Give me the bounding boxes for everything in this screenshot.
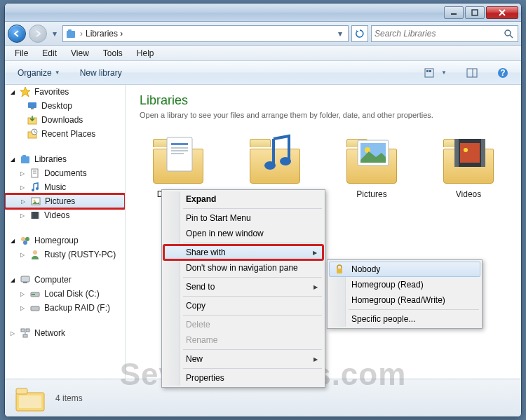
svg-rect-37: [32, 294, 35, 295]
sidebar-network[interactable]: ▷Network: [5, 326, 125, 340]
menu-help[interactable]: Help: [130, 46, 161, 60]
user-icon: [29, 248, 41, 261]
svg-rect-41: [23, 334, 27, 337]
ctx-share-hg-rw[interactable]: Homegroup (Read/Write): [329, 292, 480, 308]
svg-rect-8: [429, 70, 431, 72]
svg-rect-61: [337, 269, 342, 273]
svg-rect-46: [171, 150, 188, 151]
svg-rect-14: [31, 108, 34, 109]
svg-rect-2: [67, 31, 75, 38]
svg-rect-40: [26, 329, 29, 332]
ctx-delete: Delete: [163, 317, 323, 332]
pictures-icon: [29, 195, 42, 208]
ctx-share-hg-read[interactable]: Homegroup (Read): [329, 277, 480, 292]
search-icon[interactable]: [504, 29, 515, 39]
new-library-button[interactable]: New library: [73, 65, 129, 81]
downloads-icon: [26, 114, 39, 126]
nav-history-dropdown[interactable]: ▾: [50, 25, 60, 43]
titlebar: [5, 4, 521, 22]
menu-tools[interactable]: Tools: [96, 46, 130, 60]
homegroup-icon: [19, 234, 32, 247]
menubar: File Edit View Tools Help: [5, 46, 521, 61]
sidebar-item-downloads[interactable]: Downloads: [5, 113, 125, 127]
sidebar-homegroup[interactable]: ◢Homegroup: [5, 233, 125, 248]
svg-rect-28: [31, 212, 32, 219]
view-mode-button[interactable]: ▼: [417, 65, 454, 81]
breadcrumb-separator[interactable]: ›: [80, 29, 83, 39]
libraries-icon: [19, 153, 32, 165]
music-icon: [29, 181, 41, 194]
share-submenu: Nobody Homegroup (Read) Homegroup (Read/…: [327, 259, 483, 329]
ctx-share-with[interactable]: Share with▶: [163, 245, 323, 260]
music-icon: [244, 133, 306, 184]
svg-text:?: ?: [500, 68, 505, 78]
help-button[interactable]: ?: [490, 65, 515, 81]
back-button[interactable]: [8, 25, 26, 43]
address-dropdown[interactable]: ▾: [334, 29, 346, 39]
sidebar-libraries[interactable]: ◢Libraries: [5, 152, 125, 166]
menu-edit[interactable]: Edit: [35, 46, 64, 60]
menu-view[interactable]: View: [64, 46, 96, 60]
search-box[interactable]: [371, 25, 518, 42]
ctx-expand[interactable]: Expand: [163, 191, 323, 207]
drive-icon: [29, 287, 41, 300]
svg-rect-34: [21, 276, 29, 282]
sidebar-item-pictures[interactable]: ▷Pictures: [5, 194, 125, 208]
svg-rect-56: [460, 143, 480, 163]
search-input[interactable]: [375, 29, 501, 39]
computer-icon: [19, 273, 32, 286]
pictures-icon: [341, 133, 403, 184]
sidebar-item-music[interactable]: ▷Music: [5, 180, 125, 194]
minimize-button[interactable]: [444, 6, 464, 19]
address-bar[interactable]: › Libraries › ▾: [62, 25, 349, 42]
ctx-send-to[interactable]: Send to▶: [163, 279, 323, 294]
organize-button[interactable]: Organize ▼: [11, 65, 67, 81]
svg-rect-9: [467, 69, 477, 77]
close-button[interactable]: [486, 6, 518, 19]
status-count: 4 items: [55, 393, 83, 403]
sidebar-item-rusty[interactable]: ▷Rusty (RUSTY-PC): [5, 248, 125, 262]
network-icon: [19, 327, 32, 339]
menu-file[interactable]: File: [8, 46, 35, 60]
svg-rect-19: [22, 155, 26, 157]
svg-rect-29: [38, 212, 39, 219]
svg-point-31: [25, 237, 29, 241]
lock-icon: [334, 264, 345, 275]
submenu-arrow-icon: ▶: [313, 284, 318, 290]
sidebar-item-desktop[interactable]: Desktop: [5, 99, 125, 113]
ctx-pin-start[interactable]: Pin to Start Menu: [163, 210, 323, 226]
sidebar-computer[interactable]: ◢Computer: [5, 273, 125, 287]
ctx-dont-show-nav[interactable]: Don't show in navigation pane: [163, 260, 323, 276]
breadcrumb[interactable]: Libraries ›: [86, 29, 331, 39]
sidebar-item-videos[interactable]: ▷Videos: [5, 208, 125, 222]
preview-pane-button[interactable]: [459, 65, 485, 81]
library-videos[interactable]: Videos: [430, 133, 507, 199]
svg-rect-39: [21, 329, 25, 332]
ctx-open-new-window[interactable]: Open in new window: [163, 226, 323, 241]
svg-rect-47: [171, 153, 184, 154]
maximize-button[interactable]: [465, 6, 485, 19]
page-subtitle: Open a library to see your files and arr…: [140, 111, 507, 119]
svg-line-5: [510, 35, 513, 38]
ctx-rename: Rename: [163, 332, 323, 348]
ctx-new[interactable]: New▶: [163, 351, 323, 367]
svg-rect-38: [31, 306, 39, 311]
sidebar-item-localdisk[interactable]: ▷Local Disk (C:): [5, 287, 125, 301]
refresh-button[interactable]: [351, 25, 368, 42]
ctx-copy[interactable]: Copy: [163, 298, 323, 313]
libraries-icon: [65, 27, 77, 40]
sidebar-favorites[interactable]: ◢Favorites: [5, 85, 125, 99]
ctx-properties[interactable]: Properties: [163, 370, 323, 386]
svg-point-48: [264, 161, 276, 170]
sidebar-item-recent[interactable]: Recent Places: [5, 127, 125, 141]
documents-icon: [147, 133, 209, 184]
sidebar-item-documents[interactable]: ▷Documents: [5, 166, 125, 180]
svg-rect-6: [425, 69, 433, 77]
library-pictures[interactable]: Pictures: [333, 133, 410, 199]
svg-rect-1: [472, 10, 478, 15]
sidebar-item-backup[interactable]: ▷Backup RAID (F:): [5, 301, 125, 315]
videos-icon: [29, 209, 41, 222]
ctx-share-nobody[interactable]: Nobody: [329, 262, 480, 277]
ctx-share-specific[interactable]: Specific people...: [329, 311, 480, 327]
svg-point-32: [23, 241, 27, 245]
